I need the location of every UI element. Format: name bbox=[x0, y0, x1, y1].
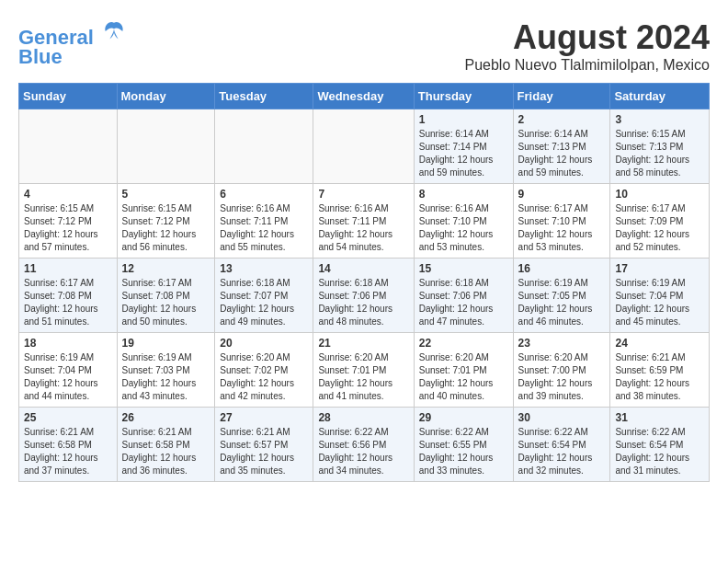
calendar-cell: 18Sunrise: 6:19 AMSunset: 7:04 PMDayligh… bbox=[19, 333, 118, 408]
calendar-cell: 30Sunrise: 6:22 AMSunset: 6:54 PMDayligh… bbox=[513, 408, 610, 482]
day-number: 6 bbox=[220, 188, 308, 201]
cell-content: Sunrise: 6:21 AMSunset: 6:57 PMDaylight:… bbox=[220, 426, 308, 477]
cell-content: Sunrise: 6:20 AMSunset: 7:00 PMDaylight:… bbox=[518, 351, 606, 403]
calendar-cell: 19Sunrise: 6:19 AMSunset: 7:03 PMDayligh… bbox=[117, 333, 215, 408]
cell-content: Sunrise: 6:15 AMSunset: 7:12 PMDaylight:… bbox=[24, 202, 112, 254]
cell-content: Sunrise: 6:14 AMSunset: 7:13 PMDaylight:… bbox=[518, 128, 606, 179]
calendar-cell: 26Sunrise: 6:21 AMSunset: 6:58 PMDayligh… bbox=[117, 408, 215, 482]
day-number: 2 bbox=[518, 113, 606, 126]
calendar-cell: 10Sunrise: 6:17 AMSunset: 7:09 PMDayligh… bbox=[610, 184, 710, 259]
calendar-cell: 3Sunrise: 6:15 AMSunset: 7:13 PMDaylight… bbox=[610, 109, 710, 184]
day-number: 19 bbox=[122, 337, 210, 350]
day-number: 25 bbox=[24, 411, 112, 424]
weekday-header-tuesday: Tuesday bbox=[215, 84, 313, 109]
calendar-cell: 25Sunrise: 6:21 AMSunset: 6:58 PMDayligh… bbox=[19, 408, 118, 482]
calendar-cell: 6Sunrise: 6:16 AMSunset: 7:11 PMDaylight… bbox=[215, 184, 313, 259]
day-number: 16 bbox=[518, 262, 606, 275]
day-number: 21 bbox=[318, 337, 408, 350]
calendar-cell: 27Sunrise: 6:21 AMSunset: 6:57 PMDayligh… bbox=[215, 408, 313, 482]
day-number: 29 bbox=[419, 411, 508, 424]
calendar-cell: 24Sunrise: 6:21 AMSunset: 6:59 PMDayligh… bbox=[610, 333, 710, 408]
day-number: 28 bbox=[318, 411, 408, 424]
day-number: 20 bbox=[220, 337, 308, 350]
day-number: 5 bbox=[122, 188, 210, 201]
day-number: 14 bbox=[318, 262, 408, 275]
calendar-cell: 13Sunrise: 6:18 AMSunset: 7:07 PMDayligh… bbox=[215, 259, 313, 333]
calendar-cell: 5Sunrise: 6:15 AMSunset: 7:12 PMDaylight… bbox=[117, 184, 215, 259]
page-header: General Blue August 2024 Pueblo Nuevo Tl… bbox=[18, 18, 710, 74]
calendar-cell: 31Sunrise: 6:22 AMSunset: 6:54 PMDayligh… bbox=[610, 408, 710, 482]
calendar-cell: 23Sunrise: 6:20 AMSunset: 7:00 PMDayligh… bbox=[513, 333, 610, 408]
day-number: 17 bbox=[615, 262, 704, 275]
calendar-week-4: 18Sunrise: 6:19 AMSunset: 7:04 PMDayligh… bbox=[19, 333, 710, 408]
cell-content: Sunrise: 6:16 AMSunset: 7:11 PMDaylight:… bbox=[220, 202, 308, 254]
cell-content: Sunrise: 6:18 AMSunset: 7:07 PMDaylight:… bbox=[220, 277, 308, 328]
logo-bird-icon bbox=[101, 18, 127, 44]
calendar-cell: 22Sunrise: 6:20 AMSunset: 7:01 PMDayligh… bbox=[414, 333, 513, 408]
calendar-cell: 7Sunrise: 6:16 AMSunset: 7:11 PMDaylight… bbox=[313, 184, 414, 259]
calendar-cell bbox=[313, 109, 414, 184]
cell-content: Sunrise: 6:19 AMSunset: 7:04 PMDaylight:… bbox=[615, 277, 704, 328]
day-number: 7 bbox=[318, 188, 408, 201]
calendar-cell bbox=[117, 109, 215, 184]
cell-content: Sunrise: 6:18 AMSunset: 7:06 PMDaylight:… bbox=[419, 277, 508, 328]
cell-content: Sunrise: 6:20 AMSunset: 7:02 PMDaylight:… bbox=[220, 351, 308, 403]
cell-content: Sunrise: 6:22 AMSunset: 6:55 PMDaylight:… bbox=[419, 426, 508, 477]
calendar-cell: 16Sunrise: 6:19 AMSunset: 7:05 PMDayligh… bbox=[513, 259, 610, 333]
weekday-header-friday: Friday bbox=[513, 84, 610, 109]
cell-content: Sunrise: 6:16 AMSunset: 7:11 PMDaylight:… bbox=[318, 202, 408, 254]
weekday-header-monday: Monday bbox=[117, 84, 215, 109]
calendar-week-2: 4Sunrise: 6:15 AMSunset: 7:12 PMDaylight… bbox=[19, 184, 710, 259]
cell-content: Sunrise: 6:17 AMSunset: 7:09 PMDaylight:… bbox=[615, 202, 704, 254]
calendar-cell: 21Sunrise: 6:20 AMSunset: 7:01 PMDayligh… bbox=[313, 333, 414, 408]
cell-content: Sunrise: 6:21 AMSunset: 6:58 PMDaylight:… bbox=[122, 426, 210, 477]
calendar-cell bbox=[19, 109, 118, 184]
calendar-cell: 8Sunrise: 6:16 AMSunset: 7:10 PMDaylight… bbox=[414, 184, 513, 259]
day-number: 9 bbox=[518, 188, 606, 201]
day-number: 27 bbox=[220, 411, 308, 424]
cell-content: Sunrise: 6:22 AMSunset: 6:56 PMDaylight:… bbox=[318, 426, 408, 477]
cell-content: Sunrise: 6:20 AMSunset: 7:01 PMDaylight:… bbox=[419, 351, 508, 403]
cell-content: Sunrise: 6:17 AMSunset: 7:08 PMDaylight:… bbox=[24, 277, 112, 328]
calendar-cell: 2Sunrise: 6:14 AMSunset: 7:13 PMDaylight… bbox=[513, 109, 610, 184]
cell-content: Sunrise: 6:22 AMSunset: 6:54 PMDaylight:… bbox=[615, 426, 704, 477]
cell-content: Sunrise: 6:21 AMSunset: 6:59 PMDaylight:… bbox=[615, 351, 704, 403]
cell-content: Sunrise: 6:14 AMSunset: 7:14 PMDaylight:… bbox=[419, 128, 508, 179]
day-number: 22 bbox=[419, 337, 508, 350]
cell-content: Sunrise: 6:15 AMSunset: 7:12 PMDaylight:… bbox=[122, 202, 210, 254]
logo: General Blue bbox=[18, 18, 127, 69]
calendar-cell: 12Sunrise: 6:17 AMSunset: 7:08 PMDayligh… bbox=[117, 259, 215, 333]
cell-content: Sunrise: 6:18 AMSunset: 7:06 PMDaylight:… bbox=[318, 277, 408, 328]
cell-content: Sunrise: 6:16 AMSunset: 7:10 PMDaylight:… bbox=[419, 202, 508, 254]
cell-content: Sunrise: 6:17 AMSunset: 7:08 PMDaylight:… bbox=[122, 277, 210, 328]
day-number: 30 bbox=[518, 411, 606, 424]
calendar-week-1: 1Sunrise: 6:14 AMSunset: 7:14 PMDaylight… bbox=[19, 109, 710, 184]
day-number: 8 bbox=[419, 188, 508, 201]
month-year-title: August 2024 bbox=[465, 18, 711, 57]
cell-content: Sunrise: 6:20 AMSunset: 7:01 PMDaylight:… bbox=[318, 351, 408, 403]
weekday-header-sunday: Sunday bbox=[19, 84, 118, 109]
calendar-cell: 20Sunrise: 6:20 AMSunset: 7:02 PMDayligh… bbox=[215, 333, 313, 408]
day-number: 24 bbox=[615, 337, 704, 350]
weekday-header-wednesday: Wednesday bbox=[313, 84, 414, 109]
day-number: 23 bbox=[518, 337, 606, 350]
calendar-week-5: 25Sunrise: 6:21 AMSunset: 6:58 PMDayligh… bbox=[19, 408, 710, 482]
calendar-table: SundayMondayTuesdayWednesdayThursdayFrid… bbox=[18, 83, 710, 482]
cell-content: Sunrise: 6:21 AMSunset: 6:58 PMDaylight:… bbox=[24, 426, 112, 477]
day-number: 15 bbox=[419, 262, 508, 275]
calendar-cell: 1Sunrise: 6:14 AMSunset: 7:14 PMDaylight… bbox=[414, 109, 513, 184]
location-title: Pueblo Nuevo Tlalmimilolpan, Mexico bbox=[465, 57, 711, 74]
calendar-cell: 15Sunrise: 6:18 AMSunset: 7:06 PMDayligh… bbox=[414, 259, 513, 333]
calendar-cell: 14Sunrise: 6:18 AMSunset: 7:06 PMDayligh… bbox=[313, 259, 414, 333]
day-number: 18 bbox=[24, 337, 112, 350]
title-block: August 2024 Pueblo Nuevo Tlalmimilolpan,… bbox=[465, 18, 711, 74]
day-number: 26 bbox=[122, 411, 210, 424]
calendar-cell: 4Sunrise: 6:15 AMSunset: 7:12 PMDaylight… bbox=[19, 184, 118, 259]
cell-content: Sunrise: 6:19 AMSunset: 7:04 PMDaylight:… bbox=[24, 351, 112, 403]
cell-content: Sunrise: 6:22 AMSunset: 6:54 PMDaylight:… bbox=[518, 426, 606, 477]
day-number: 4 bbox=[24, 188, 112, 201]
weekday-header-thursday: Thursday bbox=[414, 84, 513, 109]
calendar-cell: 28Sunrise: 6:22 AMSunset: 6:56 PMDayligh… bbox=[313, 408, 414, 482]
calendar-cell: 9Sunrise: 6:17 AMSunset: 7:10 PMDaylight… bbox=[513, 184, 610, 259]
calendar-cell: 17Sunrise: 6:19 AMSunset: 7:04 PMDayligh… bbox=[610, 259, 710, 333]
